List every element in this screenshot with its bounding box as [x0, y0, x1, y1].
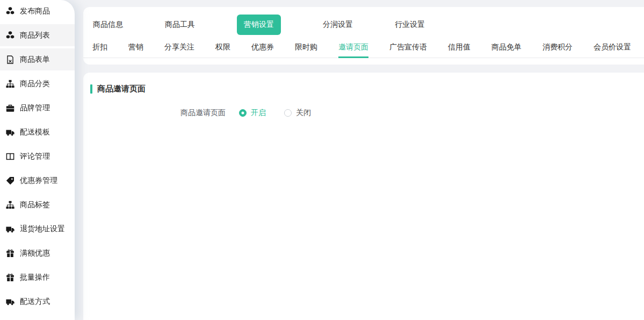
invite-page-radio-group: 开启关闭 [239, 108, 311, 118]
secondary-tab[interactable]: 优惠券 [251, 37, 274, 58]
sidebar-item[interactable]: 配送方式 [0, 290, 75, 312]
secondary-tab-bar: 折扣营销分享关注权限优惠券限时购邀请页面广告宣传语信用值商品免单消费积分会员价设… [83, 37, 644, 58]
primary-tab[interactable]: 行业设置 [395, 15, 425, 35]
secondary-tab[interactable]: 会员价设置 [594, 37, 631, 58]
secondary-tab[interactable]: 邀请页面 [338, 37, 368, 58]
sidebar-item-label: 退货地址设置 [20, 224, 65, 234]
radio-option[interactable]: 关闭 [284, 108, 311, 118]
primary-tab[interactable]: 商品信息 [93, 15, 123, 35]
secondary-tab[interactable]: 营销 [128, 37, 143, 58]
main-area: 商品信息商品工具营销设置分润设置行业设置 折扣营销分享关注权限优惠券限时购邀请页… [83, 0, 644, 320]
sidebar-item-label: 发布商品 [20, 6, 50, 16]
sidebar-item-label: 商品表单 [20, 55, 50, 65]
sidebar-item-label: 优惠券管理 [20, 176, 57, 186]
sidebar-item-label: 配送模板 [20, 127, 50, 137]
cubes-icon [6, 31, 15, 40]
truck-icon [6, 225, 15, 233]
truck-icon [6, 297, 15, 306]
cubes-icon [6, 7, 15, 16]
briefcase-icon [6, 104, 15, 112]
invite-page-form-row: 商品邀请页面 开启关闭 [90, 108, 644, 118]
section-title: 商品邀请页面 [97, 84, 146, 94]
secondary-tab[interactable]: 分享关注 [164, 37, 194, 58]
sidebar-item[interactable]: 商品分类 [0, 73, 75, 95]
radio-option-label: 开启 [251, 108, 266, 118]
primary-tab[interactable]: 营销设置 [237, 15, 281, 35]
invite-page-label: 商品邀请页面 [90, 108, 226, 118]
secondary-tab[interactable]: 限时购 [295, 37, 317, 58]
secondary-tab[interactable]: 权限 [215, 37, 230, 58]
sidebar-item-label: 批量操作 [20, 273, 50, 282]
sidebar-item-label: 评论管理 [20, 152, 50, 161]
columns-icon [6, 152, 15, 161]
radio-option-label: 关闭 [296, 108, 311, 118]
sidebar-item[interactable]: 优惠券管理 [0, 169, 75, 191]
sidebar-item[interactable]: 满额优惠 [0, 242, 75, 264]
file-x-icon [6, 55, 15, 64]
truck-icon [6, 128, 15, 137]
secondary-tab[interactable]: 消费积分 [542, 37, 573, 58]
content-card: 商品邀请页面 商品邀请页面 开启关闭 [83, 73, 644, 320]
gift-icon [6, 273, 15, 282]
sidebar-item[interactable]: 商品表单 [0, 48, 75, 70]
secondary-tab[interactable]: 商品免单 [491, 37, 522, 58]
tag-icon [6, 176, 15, 185]
sidebar-item-label: 商品标签 [20, 200, 50, 210]
sidebar-item-label: 品牌管理 [20, 103, 50, 113]
primary-tab[interactable]: 分润设置 [323, 15, 353, 35]
sidebar-item-label: 商品分类 [20, 79, 50, 89]
sidebar-item[interactable]: 配送模板 [0, 121, 75, 143]
secondary-tab[interactable]: 广告宣传语 [389, 37, 427, 58]
settings-tabs-card: 商品信息商品工具营销设置分润设置行业设置 折扣营销分享关注权限优惠券限时购邀请页… [83, 7, 644, 65]
sidebar: 发布商品商品列表商品表单商品分类品牌管理配送模板评论管理优惠券管理商品标签退货地… [0, 0, 75, 320]
secondary-tab[interactable]: 折扣 [92, 37, 107, 58]
sidebar-item-label: 配送方式 [20, 297, 50, 307]
sidebar-item[interactable]: 评论管理 [0, 145, 75, 167]
gift-icon [6, 249, 15, 258]
section-accent-bar [90, 84, 92, 94]
primary-tab[interactable]: 商品工具 [165, 15, 195, 35]
sidebar-item[interactable]: 批量操作 [0, 266, 75, 288]
sidebar-item-label: 商品列表 [20, 31, 50, 40]
radio-dot-icon[interactable] [239, 109, 247, 117]
radio-dot-icon[interactable] [284, 109, 292, 117]
radio-option[interactable]: 开启 [239, 108, 266, 118]
sidebar-item[interactable]: 商品标签 [0, 194, 75, 216]
sidebar-item-label: 满额优惠 [20, 248, 50, 258]
primary-tab-bar: 商品信息商品工具营销设置分润设置行业设置 [83, 7, 644, 36]
section-header: 商品邀请页面 [90, 84, 644, 94]
secondary-tab[interactable]: 信用值 [448, 37, 471, 58]
sitemap-icon [6, 201, 15, 209]
sidebar-item[interactable]: 退货地址设置 [0, 218, 75, 240]
sitemap-icon [6, 80, 15, 88]
sidebar-item[interactable]: 商品列表 [0, 24, 75, 46]
sidebar-item[interactable]: 品牌管理 [0, 97, 75, 119]
sidebar-item[interactable]: 发布商品 [0, 0, 75, 22]
